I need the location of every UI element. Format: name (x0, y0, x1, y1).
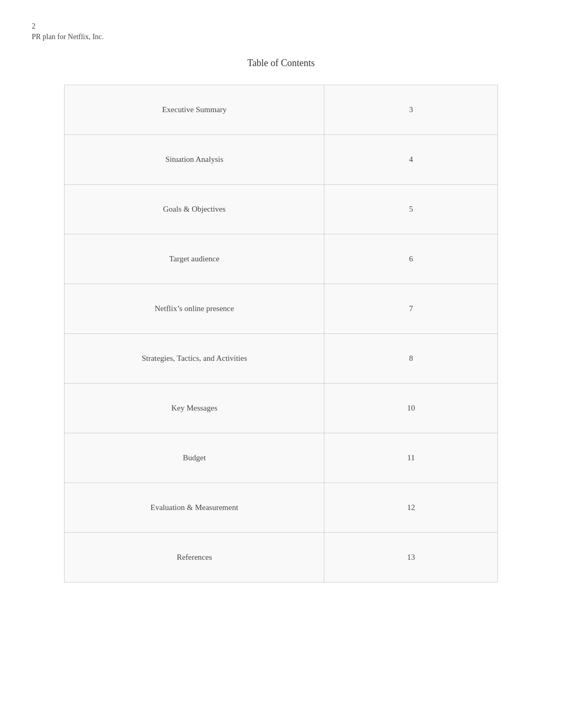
toc-label: Evaluation & Measurement (65, 483, 324, 533)
page-header: 2 PR plan for Netflix, Inc. (32, 21, 530, 42)
doc-title: PR plan for Netflix, Inc. (32, 32, 530, 42)
toc-label: Target audience (65, 234, 324, 284)
toc-label: Key Messages (65, 384, 324, 433)
toc-row: Executive Summary3 (65, 85, 498, 135)
toc-row: Strategies, Tactics, and Activities8 (65, 334, 498, 384)
toc-page-number: 7 (324, 284, 498, 334)
toc-row: Evaluation & Measurement12 (65, 483, 498, 533)
toc-page-number: 10 (324, 384, 498, 433)
page-number: 2 (32, 21, 530, 32)
toc-label: References (65, 533, 324, 583)
toc-label: Goals & Objectives (65, 185, 324, 234)
toc-label: Strategies, Tactics, and Activities (65, 334, 324, 384)
toc-page-number: 8 (324, 334, 498, 384)
toc-page-number: 11 (324, 433, 498, 483)
toc-page-number: 4 (324, 135, 498, 185)
toc-page-number: 13 (324, 533, 498, 583)
toc-page-number: 12 (324, 483, 498, 533)
toc-label: Executive Summary (65, 85, 324, 135)
toc-row: Key Messages10 (65, 384, 498, 433)
toc-label: Situation Analysis (65, 135, 324, 185)
toc-page-number: 3 (324, 85, 498, 135)
toc-row: Situation Analysis4 (65, 135, 498, 185)
toc-row: References13 (65, 533, 498, 583)
toc-label: Netflix’s online presence (65, 284, 324, 334)
toc-row: Netflix’s online presence7 (65, 284, 498, 334)
toc-page-number: 6 (324, 234, 498, 284)
toc-page-number: 5 (324, 185, 498, 234)
toc-row: Budget11 (65, 433, 498, 483)
toc-title: Table of Contents (32, 58, 530, 69)
toc-table: Executive Summary3Situation Analysis4Goa… (64, 85, 498, 583)
toc-row: Target audience6 (65, 234, 498, 284)
toc-label: Budget (65, 433, 324, 483)
toc-row: Goals & Objectives5 (65, 185, 498, 234)
